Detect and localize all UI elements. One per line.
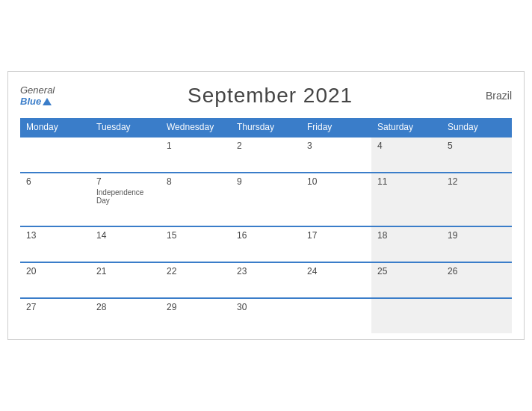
column-header-monday: Monday	[20, 118, 90, 137]
calendar-cell: 25	[371, 262, 442, 298]
holiday-label: Independence Day	[96, 188, 155, 205]
day-number: 26	[448, 266, 506, 276]
column-header-wednesday: Wednesday	[161, 118, 231, 137]
day-number: 8	[167, 176, 225, 187]
day-number: 29	[167, 302, 225, 312]
week-row-4: 20212223242526	[20, 262, 512, 298]
calendar-cell	[371, 298, 442, 333]
day-number: 1	[167, 140, 225, 151]
day-number: 23	[237, 266, 295, 276]
day-number: 2	[237, 140, 295, 151]
calendar-cell: 13	[20, 226, 90, 262]
calendar-cell: 24	[301, 262, 371, 298]
calendar-cell: 1	[161, 137, 231, 173]
column-header-friday: Friday	[301, 118, 371, 137]
calendar-country: Brazil	[486, 90, 512, 102]
week-row-1: 12345	[20, 137, 512, 173]
calendar-title: September 2021	[188, 84, 353, 108]
calendar-cell: 10	[301, 173, 371, 226]
day-number: 11	[377, 176, 436, 187]
calendar-cell: 29	[161, 298, 231, 333]
calendar-cell: 3	[301, 137, 371, 173]
calendar-grid: MondayTuesdayWednesdayThursdayFridaySatu…	[20, 118, 512, 333]
logo: General Blue	[20, 84, 55, 107]
calendar-cell	[20, 137, 90, 173]
calendar-cell: 17	[301, 226, 371, 262]
calendar-cell: 27	[20, 298, 90, 333]
column-header-thursday: Thursday	[231, 118, 301, 137]
logo-general: General	[20, 84, 55, 96]
day-number: 18	[377, 230, 436, 241]
day-number: 21	[96, 266, 155, 276]
calendar-cell: 4	[371, 137, 442, 173]
day-number: 15	[167, 230, 225, 241]
week-row-2: 67Independence Day89101112	[20, 173, 512, 226]
day-number: 17	[307, 230, 365, 241]
calendar-cell: 20	[20, 262, 90, 298]
calendar-cell: 9	[231, 173, 301, 226]
day-number: 9	[237, 176, 295, 187]
day-number: 22	[167, 266, 225, 276]
day-number: 30	[237, 302, 295, 312]
calendar-cell: 19	[442, 226, 512, 262]
calendar-cell: 14	[90, 226, 161, 262]
calendar-cell: 30	[231, 298, 301, 333]
day-number: 14	[96, 230, 155, 241]
day-number: 7	[96, 176, 155, 187]
calendar-cell: 22	[161, 262, 231, 298]
calendar-cell: 2	[231, 137, 301, 173]
calendar-cell	[90, 137, 161, 173]
calendar-header: General Blue September 2021 Brazil	[20, 84, 512, 108]
calendar-cell: 26	[442, 262, 512, 298]
day-number: 20	[26, 266, 84, 276]
calendar-cell: 12	[442, 173, 512, 226]
calendar-container: General Blue September 2021 Brazil Monda…	[7, 71, 525, 340]
week-row-5: 27282930	[20, 298, 512, 333]
week-row-3: 13141516171819	[20, 226, 512, 262]
calendar-cell: 6	[20, 173, 90, 226]
column-header-tuesday: Tuesday	[90, 118, 161, 137]
day-number: 13	[26, 230, 84, 241]
calendar-cell: 5	[442, 137, 512, 173]
day-number: 6	[26, 176, 84, 187]
logo-blue: Blue	[20, 96, 41, 107]
calendar-cell: 16	[231, 226, 301, 262]
day-number: 25	[377, 266, 436, 276]
day-number: 5	[448, 140, 506, 151]
calendar-cell: 8	[161, 173, 231, 226]
calendar-cell	[301, 298, 371, 333]
calendar-cell: 11	[371, 173, 442, 226]
day-number: 12	[448, 176, 506, 187]
logo-bottom-row: Blue	[20, 96, 55, 107]
calendar-cell: 23	[231, 262, 301, 298]
calendar-cell: 7Independence Day	[90, 173, 161, 226]
calendar-cell: 28	[90, 298, 161, 333]
day-number: 19	[448, 230, 506, 241]
calendar-cell: 21	[90, 262, 161, 298]
calendar-cell: 18	[371, 226, 442, 262]
column-header-saturday: Saturday	[371, 118, 442, 137]
calendar-cell: 15	[161, 226, 231, 262]
day-number: 24	[307, 266, 365, 276]
column-header-sunday: Sunday	[442, 118, 512, 137]
day-number: 28	[96, 302, 155, 312]
day-number: 27	[26, 302, 84, 312]
header-row: MondayTuesdayWednesdayThursdayFridaySatu…	[20, 118, 512, 137]
day-number: 10	[307, 176, 365, 187]
logo-triangle-icon	[43, 98, 52, 105]
day-number: 16	[237, 230, 295, 241]
day-number: 3	[307, 140, 365, 151]
day-number: 4	[377, 140, 436, 151]
calendar-cell	[442, 298, 512, 333]
